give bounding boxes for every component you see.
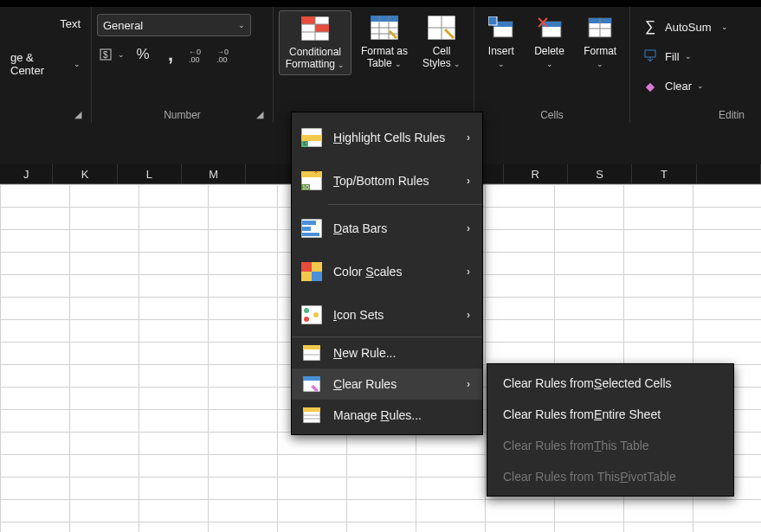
clear-rules-submenu: Clear Rules from Selected Cells Clear Ru… <box>487 363 734 497</box>
menu-manage-rules[interactable]: Manage Rules... <box>292 400 482 431</box>
conditional-formatting-label: Conditional Formatting ⌄ <box>281 46 349 71</box>
menu-separator <box>328 204 482 205</box>
chevron-down-icon: ⌄ <box>238 21 245 29</box>
col-header[interactable]: L <box>118 164 182 183</box>
menu-new-rule[interactable]: New Rule... <box>292 337 482 369</box>
format-as-table-button[interactable]: Format as Table ⌄ <box>355 10 414 74</box>
svg-rect-59 <box>303 407 320 412</box>
autosum-button[interactable]: ∑ AutoSum ⌄ <box>635 14 733 40</box>
insert-button[interactable]: Insert⌄ <box>480 10 523 74</box>
delete-button[interactable]: Delete⌄ <box>526 10 573 74</box>
svg-text:10: 10 <box>302 184 309 190</box>
menu-label: Highlight Cells Rules <box>333 131 445 144</box>
menu-label: Color Scales <box>333 265 402 279</box>
group-cells: Insert⌄ Delete⌄ Format⌄ Cells <box>474 7 630 123</box>
col-header[interactable]: K <box>53 164 117 183</box>
svg-rect-38 <box>301 171 322 177</box>
svg-rect-49 <box>301 305 322 324</box>
menu-top-bottom-rules[interactable]: 10 Top/Bottom Rules › <box>292 159 482 202</box>
delete-label: Delete⌄ <box>534 45 564 70</box>
accounting-format-button[interactable]: $ ⌄ <box>97 45 125 64</box>
fill-label: Fill <box>665 50 680 63</box>
insert-label: Insert⌄ <box>488 45 514 70</box>
conditional-formatting-menu: ≤ Highlight Cells Rules › 10 Top/Bottom … <box>291 112 483 435</box>
dialog-launcher-icon[interactable]: ◢ <box>72 109 84 121</box>
chevron-down-icon: ⌄ <box>721 22 728 31</box>
percent-button[interactable]: % <box>133 45 152 64</box>
increase-decimal-button[interactable]: ←0.00 <box>189 45 208 64</box>
col-header[interactable] <box>697 164 761 183</box>
chevron-right-icon: › <box>467 131 470 144</box>
svg-rect-47 <box>301 272 312 281</box>
cell-styles-button[interactable]: Cell Styles ⌄ <box>417 10 466 74</box>
group-alignment: Text ge & Center ⌄ ◢ <box>0 7 92 123</box>
dialog-launcher-icon[interactable]: ◢ <box>254 109 266 121</box>
wrap-text-button[interactable]: Text <box>5 14 86 34</box>
submenu-clear-selected[interactable]: Clear Rules from Selected Cells <box>487 368 733 399</box>
menu-icon-sets[interactable]: Icon Sets › <box>292 293 482 337</box>
new-rule-icon <box>300 342 323 364</box>
ribbon: Text ge & Center ⌄ ◢ General ⌄ $ ⌄ % <box>0 0 761 123</box>
chevron-right-icon: › <box>467 309 470 321</box>
format-button[interactable]: Format⌄ <box>576 10 624 74</box>
clear-button[interactable]: Clear ⌄ <box>635 73 709 99</box>
group-cells-label: Cells <box>480 106 624 123</box>
chevron-down-icon: ⌄ <box>685 52 692 61</box>
fill-button[interactable]: Fill ⌄ <box>635 43 697 69</box>
data-bars-icon <box>300 217 323 240</box>
menu-color-scales[interactable]: Color Scales › <box>292 250 482 293</box>
svg-rect-7 <box>301 16 315 24</box>
svg-rect-23 <box>488 16 497 25</box>
clear-rules-icon <box>300 373 323 395</box>
color-scales-icon <box>300 260 323 283</box>
menu-label: Data Bars <box>333 221 387 235</box>
svg-point-52 <box>313 312 319 317</box>
svg-rect-45 <box>301 262 312 272</box>
svg-rect-44 <box>302 233 319 236</box>
menu-label: Manage Rules... <box>333 408 422 422</box>
delete-cells-icon <box>536 14 564 42</box>
comma-button[interactable]: , <box>161 45 180 64</box>
group-number: General ⌄ $ ⌄ % , ←0.00 →0.00 Number ◢ <box>92 7 274 123</box>
insert-cells-icon <box>487 14 515 42</box>
number-format-select[interactable]: General ⌄ <box>97 14 251 36</box>
format-cells-icon <box>586 14 614 42</box>
group-alignment-label: ◢ <box>5 118 86 123</box>
conditional-formatting-button[interactable]: Conditional Formatting ⌄ <box>279 10 351 75</box>
chevron-right-icon: › <box>467 222 470 234</box>
fill-down-icon <box>641 47 660 66</box>
currency-icon: $ <box>97 45 116 64</box>
manage-rules-icon <box>300 404 323 426</box>
col-header[interactable]: S <box>568 164 632 183</box>
decrease-decimal-button[interactable]: →0.00 <box>216 45 235 64</box>
chevron-down-icon: ⌄ <box>697 81 704 90</box>
svg-text:.00: .00 <box>216 55 228 62</box>
menu-data-bars[interactable]: Data Bars › <box>292 207 482 250</box>
highlight-rules-icon: ≤ <box>300 126 323 149</box>
col-header[interactable]: J <box>0 164 53 183</box>
menu-highlight-cells-rules[interactable]: ≤ Highlight Cells Rules › <box>292 116 482 159</box>
wrap-text-label: Text <box>60 17 81 30</box>
col-header[interactable]: M <box>182 164 246 183</box>
group-number-label: Number ◢ <box>97 106 268 123</box>
menu-label: New Rule... <box>333 346 396 360</box>
svg-rect-54 <box>303 345 320 349</box>
eraser-icon <box>641 76 660 95</box>
col-header[interactable]: T <box>632 164 696 183</box>
svg-rect-8 <box>315 24 329 32</box>
group-editing-label: Editin <box>635 106 746 123</box>
svg-text:.00: .00 <box>189 55 200 62</box>
chevron-down-icon: ⌄ <box>118 50 125 59</box>
chevron-right-icon: › <box>467 175 470 187</box>
cell-styles-icon <box>428 14 455 42</box>
format-label: Format⌄ <box>584 45 616 70</box>
col-header[interactable]: R <box>504 164 568 183</box>
svg-rect-13 <box>371 16 398 22</box>
merge-center-button[interactable]: ge & Center ⌄ <box>5 48 86 80</box>
autosum-label: AutoSum <box>665 21 711 34</box>
menu-clear-rules[interactable]: Clear Rules › <box>292 369 482 400</box>
submenu-clear-table: Clear Rules from This Table <box>487 430 733 461</box>
format-table-label: Format as Table ⌄ <box>357 45 412 70</box>
menu-label: Icon Sets <box>333 308 384 322</box>
submenu-clear-sheet[interactable]: Clear Rules from Entire Sheet <box>487 399 733 430</box>
